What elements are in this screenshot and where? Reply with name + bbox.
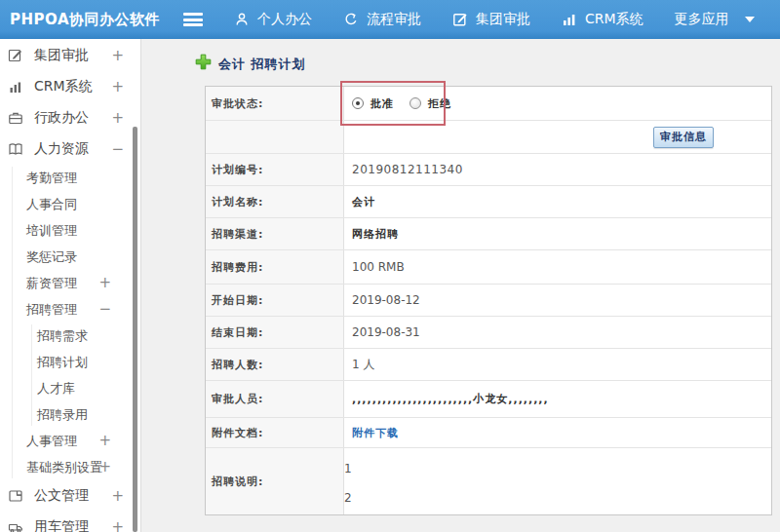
circular-arrow-icon bbox=[343, 12, 359, 27]
sidebar-item-crm[interactable]: CRM系统 + bbox=[0, 71, 140, 102]
sidebar-item-talent-pool[interactable]: 人才库 bbox=[0, 375, 140, 401]
bar-chart-icon bbox=[562, 12, 577, 27]
radio-reject[interactable] bbox=[410, 97, 421, 109]
document-icon bbox=[8, 488, 25, 504]
row-end-date: 结束日期: 2019-08-31 bbox=[206, 317, 771, 349]
approval-form: 审批状态: 批准 拒绝 审批信息 计划编号: 20190812111340 计划… bbox=[205, 86, 772, 515]
sidebar-menu: 集团审批 + CRM系统 + 行政办公 + bbox=[0, 39, 140, 532]
row-recruit-channel: 招聘渠道: 网络招聘 bbox=[206, 218, 771, 250]
row-plan-number: 计划编号: 20190812111340 bbox=[206, 154, 771, 186]
collapse-icon[interactable]: − bbox=[98, 302, 111, 317]
approval-info-button[interactable]: 审批信息 bbox=[653, 127, 714, 148]
sidebar-item-recruit-plan[interactable]: 招聘计划 bbox=[0, 349, 140, 375]
nav-crm[interactable]: CRM系统 bbox=[562, 11, 644, 28]
row-headcount: 招聘人数: 1 人 bbox=[206, 349, 771, 381]
sidebar-item-vehicle-mgmt[interactable]: 用车管理 + bbox=[0, 512, 140, 532]
sidebar-item-salary[interactable]: 薪资管理 + bbox=[0, 270, 140, 296]
field-label: 招聘说明: bbox=[206, 448, 344, 514]
radio-approve[interactable] bbox=[352, 97, 364, 109]
sidebar-item-recruit-mgmt[interactable]: 招聘管理 − bbox=[0, 296, 140, 323]
collapse-icon[interactable]: − bbox=[111, 142, 124, 157]
menu-toggle-icon[interactable] bbox=[183, 13, 203, 26]
field-value: ,,,,,,,,,,,,,,,,,,,,,,,,小龙女,,,,,,,, bbox=[344, 381, 771, 417]
expand-icon[interactable]: + bbox=[98, 460, 111, 475]
add-icon[interactable] bbox=[195, 54, 212, 74]
page-title: 会计 招聘计划 bbox=[142, 39, 780, 86]
expand-icon[interactable]: + bbox=[111, 489, 124, 504]
field-value: 会计 bbox=[344, 186, 771, 217]
field-value: 网络招聘 bbox=[344, 218, 771, 249]
attachment-download-link[interactable]: 附件下载 bbox=[352, 426, 399, 440]
sidebar: 集团审批 + CRM系统 + 行政办公 + bbox=[0, 39, 141, 532]
expand-icon[interactable]: + bbox=[111, 520, 124, 532]
sidebar-item-attendance[interactable]: 考勤管理 bbox=[0, 165, 140, 191]
field-label: 开始日期: bbox=[206, 285, 344, 316]
bar-chart-icon bbox=[8, 79, 25, 95]
row-recruit-description: 招聘说明: 1 2 bbox=[206, 448, 771, 514]
row-approval-button: 审批信息 bbox=[206, 121, 771, 154]
row-plan-name: 计划名称: 会计 bbox=[206, 186, 771, 218]
field-label: 计划名称: bbox=[206, 186, 344, 217]
hr-submenu: 考勤管理 人事合同 培训管理 奖惩记录 薪资管理 + 招聘管理 − 招聘需求 bbox=[0, 165, 140, 480]
radio-reject-label: 拒绝 bbox=[428, 96, 451, 111]
expand-icon[interactable]: + bbox=[98, 276, 111, 290]
sidebar-item-personnel-mgmt[interactable]: 人事管理 + bbox=[0, 428, 140, 454]
sidebar-item-admin-office[interactable]: 行政办公 + bbox=[0, 102, 140, 133]
expand-icon[interactable]: + bbox=[111, 80, 124, 95]
recruit-submenu: 招聘需求 招聘计划 人才库 招聘录用 bbox=[0, 323, 140, 428]
nav-more-apps[interactable]: 更多应用 bbox=[675, 11, 755, 28]
row-start-date: 开始日期: 2019-08-12 bbox=[206, 285, 771, 317]
row-recruit-cost: 招聘费用: 100 RMB bbox=[206, 250, 771, 285]
sidebar-item-hr-contract[interactable]: 人事合同 bbox=[0, 191, 140, 217]
field-value: 1 人 bbox=[344, 349, 771, 380]
truck-icon bbox=[8, 519, 25, 532]
field-value: 2019-08-31 bbox=[344, 317, 771, 348]
sidebar-item-document-mgmt[interactable]: 公文管理 + bbox=[0, 480, 140, 512]
row-approvers: 审批人员: ,,,,,,,,,,,,,,,,,,,,,,,,小龙女,,,,,,,… bbox=[206, 381, 771, 418]
app-logo: PHPOA协同办公软件 bbox=[0, 11, 183, 29]
edit-square-icon bbox=[8, 48, 25, 63]
expand-icon[interactable]: + bbox=[98, 434, 111, 448]
field-label: 结束日期: bbox=[206, 317, 344, 348]
sidebar-item-group-approval[interactable]: 集团审批 + bbox=[0, 40, 140, 71]
sidebar-item-recruit-demand[interactable]: 招聘需求 bbox=[0, 323, 140, 349]
top-nav: 个人办公 流程审批 集团审批 CRM系统 bbox=[234, 11, 755, 28]
book-icon bbox=[8, 141, 25, 157]
field-label: 附件文档: bbox=[206, 418, 344, 447]
sidebar-item-base-category[interactable]: 基础类别设置 + bbox=[0, 454, 140, 480]
sidebar-item-training[interactable]: 培训管理 bbox=[0, 217, 140, 244]
nav-group-approval[interactable]: 集团审批 bbox=[452, 11, 530, 28]
description-line: 1 bbox=[344, 458, 771, 479]
sidebar-item-hr[interactable]: 人力资源 − bbox=[0, 133, 140, 165]
person-icon bbox=[234, 12, 250, 27]
field-label: 计划编号: bbox=[206, 154, 344, 185]
field-label: 招聘渠道: bbox=[206, 218, 344, 249]
field-label: 招聘人数: bbox=[206, 349, 344, 380]
expand-icon[interactable]: + bbox=[111, 49, 124, 63]
top-bar: PHPOA协同办公软件 个人办公 流程审批 bbox=[0, 0, 780, 39]
briefcase-icon bbox=[8, 110, 25, 126]
radio-approve-label: 批准 bbox=[370, 96, 394, 111]
nav-personal-office[interactable]: 个人办公 bbox=[234, 11, 312, 28]
field-value: 100 RMB bbox=[344, 250, 771, 284]
field-label: 审批状态: bbox=[206, 87, 344, 120]
row-approval-status: 审批状态: 批准 拒绝 bbox=[206, 87, 771, 121]
expand-icon[interactable]: + bbox=[111, 111, 124, 126]
field-label: 审批人员: bbox=[206, 381, 344, 417]
approval-radio-group: 批准 拒绝 bbox=[352, 96, 467, 111]
field-label: 招聘费用: bbox=[206, 250, 344, 284]
sidebar-item-rewards[interactable]: 奖惩记录 bbox=[0, 244, 140, 270]
sidebar-scrollbar[interactable] bbox=[133, 127, 137, 532]
sidebar-item-recruit-hire[interactable]: 招聘录用 bbox=[0, 401, 140, 428]
caret-down-icon bbox=[745, 17, 755, 22]
row-attachment: 附件文档: 附件下载 bbox=[206, 418, 771, 448]
field-value: 2019-08-12 bbox=[344, 285, 771, 316]
field-value: 1 2 bbox=[344, 448, 771, 514]
field-value: 20190812111340 bbox=[344, 154, 771, 185]
edit-square-icon bbox=[452, 12, 468, 27]
nav-flow-approval[interactable]: 流程审批 bbox=[343, 11, 421, 28]
main-content: 会计 招聘计划 审批状态: 批准 拒绝 审批信息 计划编号: bbox=[142, 39, 780, 532]
description-line: 2 bbox=[344, 487, 771, 509]
